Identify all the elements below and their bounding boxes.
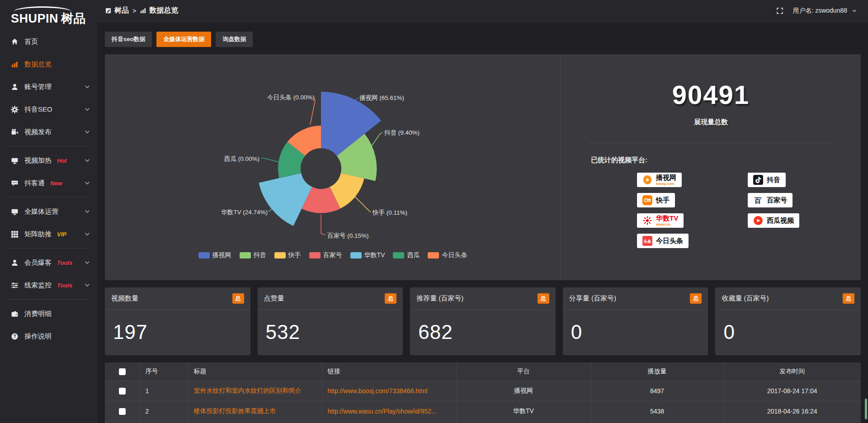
platform-badge: 华数TVwasu.cn	[637, 213, 684, 228]
column-header: 播放量	[591, 362, 723, 381]
stat-card-total-badge[interactable]: 总	[843, 293, 854, 304]
pie-slice-label: 播视网 (65.61%)	[359, 94, 404, 101]
table-header-row: 序号标题链接平台播放量发布时间	[105, 362, 861, 381]
breadcrumb-item[interactable]: 树品	[105, 6, 129, 15]
sidebar-item-label: 矩阵助推	[24, 230, 52, 239]
stat-card-header: 推荐量 (百家号)总	[410, 287, 556, 310]
sidebar-item-home[interactable]: 首页	[0, 30, 98, 53]
sidebar-item-label: 会员爆客	[24, 258, 52, 267]
total-value: 90491	[561, 80, 861, 110]
sidebar-item-label: 账号管理	[24, 83, 52, 91]
help-icon: ?	[11, 333, 19, 340]
stat-card-2: 推荐量 (百家号)总682	[410, 287, 556, 355]
stat-cards: 视频数量总197点赞量总532推荐量 (百家号)总682分享量 (百家号)总0收…	[105, 287, 861, 355]
sliders-icon	[11, 282, 19, 289]
pie-slice-4[interactable]	[259, 173, 312, 226]
home-icon	[11, 38, 19, 46]
sidebar-item-lead-monitor[interactable]: 线索监控Tools	[0, 274, 98, 296]
sidebar-item-label: 首页	[24, 38, 38, 46]
stat-card-title: 收藏量 (百家号)	[722, 294, 769, 303]
baijiahao-icon: 百	[753, 195, 763, 205]
legend-item[interactable]: 快手	[274, 251, 301, 259]
stat-card-total-badge[interactable]: 总	[385, 293, 396, 304]
legend-item[interactable]: 百家号	[309, 251, 342, 259]
sidebar-item-douketong[interactable]: 抖客通New	[0, 172, 98, 194]
stat-card-4: 收藏量 (百家号)总0	[715, 287, 861, 355]
sidebar-group-divider	[7, 197, 90, 197]
breadcrumb-item[interactable]: 数据总览	[140, 6, 178, 15]
sidebar-item-matrix-boost[interactable]: 矩阵助推VIP	[0, 223, 98, 245]
chevron-down-icon[interactable]	[852, 8, 857, 14]
sidebar-item-data-overview[interactable]: 数据总览	[0, 53, 98, 75]
sidebar-item-video-heat[interactable]: 视频加热Hot	[0, 149, 98, 172]
sidebar-item-label: 操作说明	[24, 332, 52, 341]
legend-swatch	[240, 252, 251, 258]
tab-inactive[interactable]: 抖音seo数据	[105, 32, 152, 47]
legend-swatch	[309, 252, 321, 258]
tab-active[interactable]: 全媒体运营数据	[156, 32, 211, 47]
stat-card-title: 推荐量 (百家号)	[416, 294, 463, 303]
legend-item[interactable]: 西瓜	[393, 251, 420, 259]
videos-table-wrap: 序号标题链接平台播放量发布时间1室外水纹灯和室内水纹灯的区别和简介http://…	[105, 362, 861, 423]
legend-label: 快手	[288, 251, 301, 259]
member-icon	[11, 259, 19, 267]
platform-name: 抖音	[767, 176, 780, 183]
stat-card-total-badge[interactable]: 总	[690, 293, 702, 304]
sidebar-item-douyin-seo[interactable]: 抖音SEO	[0, 98, 98, 121]
legend-label: 西瓜	[407, 251, 420, 259]
sidebar-item-account-management[interactable]: 账号管理	[0, 75, 98, 98]
cell-plays: 5438	[591, 401, 723, 421]
legend-item[interactable]: 抖音	[240, 251, 266, 259]
cell-title-link[interactable]: 楼体投影灯投影效果震撼上市	[188, 401, 322, 421]
platform-badge: 百百家号	[748, 193, 793, 207]
platform-name: 快手	[656, 197, 670, 204]
legend-item[interactable]: 播视网	[198, 251, 231, 259]
cell-url-link[interactable]: http://www.wasu.cn/Play/show/id/952...	[322, 401, 456, 421]
wasu-icon	[642, 216, 652, 226]
sidebar-item-omni-media[interactable]: 全媒体运营	[0, 200, 98, 223]
sidebar-group-divider	[7, 248, 90, 249]
sidebar-item-badge: Tools	[57, 259, 72, 266]
row-checkbox[interactable]	[119, 408, 126, 415]
legend-swatch	[428, 252, 439, 258]
logo-en: SHUPIN	[11, 12, 58, 25]
platform-name: 西瓜视频	[767, 217, 794, 224]
row-checkbox[interactable]	[119, 388, 126, 395]
legend-item[interactable]: 今日头条	[428, 251, 467, 259]
cell-url-link[interactable]: http://www.boosj.com/7338468.html	[322, 381, 456, 401]
total-label: 展现量总数	[561, 118, 861, 127]
platform-badge: 头条今日头条	[637, 234, 689, 248]
sidebar-item-operation-guide[interactable]: ?操作说明	[0, 325, 98, 348]
fullscreen-icon[interactable]	[776, 7, 783, 14]
username-label[interactable]: 用户名: zswodun88	[793, 7, 847, 15]
chevron-down-icon	[84, 231, 90, 237]
breadcrumb: 树品>数据总览	[105, 6, 178, 15]
sidebar-item-video-publish[interactable]: 视频发布	[0, 121, 98, 143]
sidebar-item-consume-detail[interactable]: 消费明细	[0, 302, 98, 325]
total-area: 90491 展现量总数 已统计的视频平台: 播视网boosj.com抖音快手百百…	[561, 54, 861, 280]
stat-card-total-badge[interactable]: 总	[538, 293, 549, 304]
pie-slice-label: 快手 (0.11%)	[372, 209, 407, 216]
pie-slice-label: 百家号 (0.15%)	[327, 232, 369, 239]
legend-swatch	[350, 252, 362, 258]
sidebar-item-label: 线索监控	[24, 281, 52, 290]
chart-legend: 播视网抖音快手百家号华数TV西瓜今日头条	[105, 251, 561, 259]
video-icon	[11, 128, 19, 136]
sidebar-item-badge: Hot	[57, 157, 67, 164]
breadcrumb-separator: >	[132, 7, 136, 14]
tab-inactive[interactable]: 询盘数据	[216, 32, 253, 47]
cell-index: 1	[140, 381, 188, 401]
chat-icon	[11, 179, 19, 187]
stat-card-header: 点赞量总	[258, 287, 403, 310]
chevron-down-icon	[84, 106, 90, 113]
cell-title-link[interactable]: 室外水纹灯和室内水纹灯的区别和简介	[188, 381, 322, 401]
legend-item[interactable]: 华数TV	[350, 251, 385, 259]
sidebar-item-label: 抖音SEO	[24, 105, 52, 114]
cell-index: 2	[140, 401, 188, 421]
select-all-checkbox[interactable]	[119, 368, 126, 375]
topbar: 树品>数据总览 用户名: zswodun88	[98, 0, 868, 22]
sidebar-item-member-baoke[interactable]: 会员爆客Tools	[0, 251, 98, 274]
scrollbar-thumb[interactable]	[865, 399, 867, 419]
sidebar-item-badge: Tools	[57, 282, 72, 289]
stat-card-total-badge[interactable]: 总	[232, 293, 244, 304]
